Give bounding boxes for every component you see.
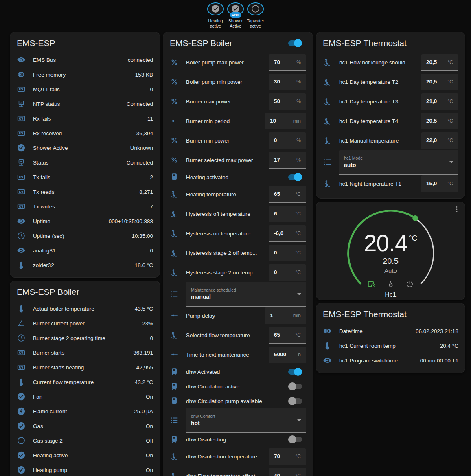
entity-row[interactable]: Tx writes7 — [17, 199, 153, 214]
entity-row: Time to next maintenance6000h — [170, 345, 306, 364]
entity-row[interactable]: Flame current25.0 µA — [17, 404, 153, 419]
entity-row[interactable]: Burner stage 2 operating time0 — [17, 331, 153, 345]
entity-value: Unknown — [130, 145, 153, 151]
select-input[interactable]: Maintenance scheduledmanual — [186, 282, 306, 307]
entity-label: Hysteresis stage 2 off temp... — [186, 250, 269, 256]
number-input[interactable]: 6000h — [269, 347, 306, 363]
coolant-icon — [323, 179, 339, 188]
clock-icon — [17, 333, 33, 342]
entity-label: Uptime (sec) — [33, 233, 128, 239]
entity-row[interactable]: Gas stage 2Off — [17, 433, 153, 448]
entity-row[interactable]: NTP statusConnected — [17, 97, 153, 111]
entity-label: hc1 Day temperature T4 — [339, 118, 421, 124]
number-input[interactable]: 20,5°C — [421, 54, 458, 71]
number-input[interactable]: 15,0°C — [421, 175, 458, 192]
entity-label: Pump delay — [186, 313, 265, 319]
auto-mode-icon[interactable] — [367, 280, 376, 290]
entity-row[interactable]: Current flow temperature43.2 °C — [17, 375, 153, 389]
number-unit: min — [293, 118, 301, 124]
number-input[interactable]: -6,0°C — [269, 225, 306, 242]
thermometer-icon — [17, 304, 33, 313]
number-value: -6,0 — [274, 230, 283, 236]
more-menu-icon[interactable] — [453, 205, 461, 215]
entity-row[interactable]: StatusConnected — [17, 155, 153, 170]
number-input[interactable]: 20,5°C — [421, 113, 458, 129]
status-badge[interactable]: UNK Shower Active — [226, 2, 245, 29]
check-circle-icon — [17, 465, 33, 474]
number-input[interactable]: 10min — [265, 113, 306, 129]
entity-value: On — [146, 394, 153, 400]
number-input[interactable]: 40°C — [269, 468, 306, 476]
number-input[interactable]: 0% — [269, 132, 306, 149]
number-input[interactable]: 70°C — [269, 448, 306, 465]
entity-row: Hysteresis off temperature6°C — [170, 204, 306, 224]
entity-value: 25.0 µA — [134, 408, 153, 415]
entity-row[interactable]: Heating pumpOn — [17, 463, 153, 476]
number-input[interactable]: 1min — [265, 307, 306, 324]
circle-outline-icon — [251, 4, 260, 13]
entity-row: hc1 Day temperature T420,5°C — [323, 111, 458, 131]
toggle-switch[interactable] — [288, 398, 302, 404]
entity-label: Heating temperature — [186, 191, 269, 197]
toggle-switch[interactable] — [288, 174, 302, 180]
entity-row[interactable]: Burner starts heating42,955 — [17, 360, 153, 375]
entity-row[interactable]: Burner starts363,191 — [17, 345, 153, 360]
number-input[interactable]: 20,5°C — [421, 74, 458, 90]
entity-row[interactable]: Date/time06.02.2023 21:18 — [323, 324, 458, 338]
status-badge[interactable]: Tapwater active — [246, 2, 265, 29]
number-input[interactable]: 65°C — [269, 327, 306, 344]
number-input[interactable]: 30% — [269, 74, 306, 90]
status-badges: Heating active UNK Shower Active Tapwate… — [0, 0, 471, 29]
entity-label: Burner min power — [186, 138, 269, 144]
entity-value: 23% — [142, 320, 153, 327]
number-input[interactable]: 50% — [269, 93, 306, 110]
entity-row[interactable]: Tx fails2 — [17, 170, 153, 184]
entity-label: Time to next maintenance — [186, 352, 269, 358]
select-input[interactable]: hc1 Modeauto — [339, 150, 458, 175]
entity-row[interactable]: Rx received36,394 — [17, 126, 153, 140]
number-input[interactable]: 65°C — [269, 186, 306, 203]
select-label: hc1 Mode — [344, 156, 448, 160]
entity-row[interactable]: analog310 — [17, 243, 153, 258]
eye-icon — [17, 217, 33, 226]
entity-row[interactable]: Free memory153 KB — [17, 67, 153, 82]
entity-row[interactable]: MQTT fails0 — [17, 82, 153, 97]
entity-label: dhw Disinfection temperature — [186, 454, 269, 460]
toggle-switch[interactable] — [288, 384, 302, 389]
number-input[interactable]: 21,0°C — [421, 93, 458, 110]
entity-row[interactable]: GasOn — [17, 419, 153, 433]
select-input[interactable]: dhw Comforthot — [186, 408, 306, 433]
number-input[interactable]: 0°C — [269, 245, 306, 261]
entity-row[interactable]: hc1 Current room temp20.4 °C — [323, 338, 458, 353]
entity-row[interactable]: EMS Busconnected — [17, 53, 153, 67]
setpoint-handle[interactable] — [412, 215, 418, 221]
entity-label: dhw Circulation pump available — [186, 398, 288, 404]
number-input[interactable]: 0°C — [269, 264, 306, 281]
number-input[interactable]: 17% — [269, 152, 306, 169]
entity-row[interactable]: Shower ActiveUnknown — [17, 140, 153, 155]
number-input[interactable]: 6°C — [269, 206, 306, 222]
entity-row[interactable]: hc1 Program switchtime00 mo 00:00 T1 — [323, 353, 458, 368]
entity-row[interactable]: Actual boiler temperature43.5 °C — [17, 301, 153, 316]
number-input[interactable]: 22,0°C — [421, 132, 458, 149]
entity-row[interactable]: Burner current power23% — [17, 316, 153, 331]
entity-row: dhw Circulation pump available — [170, 394, 306, 408]
entity-row[interactable]: FanOn — [17, 389, 153, 404]
card-title: EMS-ESP — [17, 38, 55, 48]
entity-row[interactable]: Rx fails11 — [17, 111, 153, 126]
number-input[interactable]: 70% — [269, 54, 306, 71]
entity-row[interactable]: zolder3218.6 °C — [17, 258, 153, 272]
entity-row[interactable]: Tx reads8,271 — [17, 184, 153, 199]
entity-row[interactable]: Uptime (sec)10:35:00 — [17, 228, 153, 243]
toggle-switch[interactable] — [288, 369, 302, 375]
entity-row[interactable]: Uptime000+10:35:00.888 — [17, 214, 153, 228]
entity-value: 06.02.2023 21:18 — [416, 328, 458, 334]
entity-row[interactable]: Heating activeOn — [17, 448, 153, 463]
power-off-icon[interactable] — [405, 280, 414, 290]
card-toggle[interactable] — [288, 40, 302, 46]
entity-label: Tx reads — [33, 189, 136, 195]
entity-label: Hysteresis on temperature — [186, 230, 269, 237]
status-badge[interactable]: Heating active — [206, 2, 225, 29]
heat-mode-icon[interactable] — [386, 280, 395, 290]
toggle-switch[interactable] — [288, 437, 302, 442]
